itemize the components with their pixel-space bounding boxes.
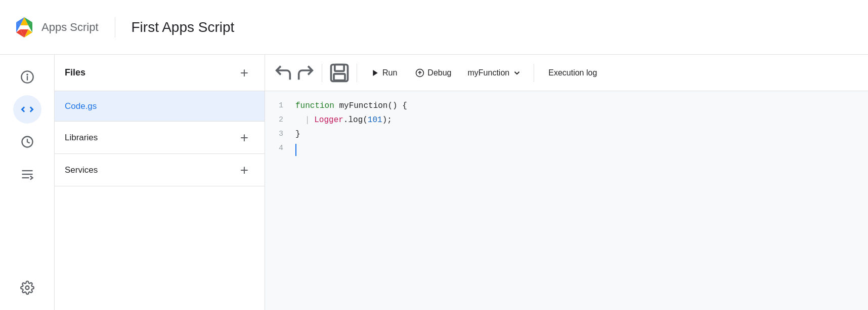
libraries-label: Libraries [65, 133, 98, 143]
file-panel: Files + Code.gs Libraries + Services + [55, 55, 265, 310]
app-logo: Apps Script [12, 15, 99, 40]
run-button[interactable]: Run [363, 64, 405, 82]
debug-button[interactable]: Debug [407, 64, 459, 82]
undo-button[interactable] [273, 63, 293, 83]
project-title: First Apps Script [132, 19, 235, 35]
execution-log-button[interactable]: Execution log [540, 64, 605, 82]
line-content-1: function myFunction() { [295, 101, 868, 110]
editor-toolbar: Run Debug myFunction Execution log [265, 55, 868, 91]
libraries-section: Libraries + [55, 122, 265, 154]
file-name: Code.gs [65, 101, 97, 111]
main-layout: Files + Code.gs Libraries + Services + [0, 55, 868, 310]
sidebar-item-info[interactable] [13, 63, 41, 91]
header-divider [115, 17, 115, 37]
line-number-3: 3 [265, 130, 295, 138]
file-item-code-gs[interactable]: Code.gs [55, 91, 265, 122]
list-icon [20, 167, 34, 181]
app-name-label: Apps Script [41, 21, 99, 34]
svg-marker-19 [373, 70, 377, 76]
code-editor[interactable]: 1 function myFunction() { 2 │ Logger.log… [265, 91, 868, 310]
redo-button[interactable] [295, 63, 316, 83]
services-label: Services [65, 165, 98, 175]
toolbar-divider-3 [534, 64, 534, 82]
code-icon [20, 102, 34, 117]
add-library-button[interactable]: + [234, 128, 254, 148]
line-content-2: │ Logger.log(101); [295, 115, 868, 125]
info-icon [20, 70, 34, 84]
toolbar-divider-1 [322, 64, 322, 82]
sidebar-item-executions[interactable] [13, 160, 41, 188]
code-line-2: 2 │ Logger.log(101); [265, 115, 868, 130]
redo-icon [295, 63, 316, 83]
line-number-2: 2 [265, 115, 295, 124]
line-content-3: } [295, 130, 868, 139]
icon-sidebar [0, 55, 55, 310]
code-line-4: 4 [265, 144, 868, 158]
clock-icon [20, 135, 34, 149]
chevron-down-icon [512, 68, 522, 78]
function-selector[interactable]: myFunction [462, 64, 528, 82]
code-line-1: 1 function myFunction() { [265, 101, 868, 115]
line-number-1: 1 [265, 101, 295, 110]
toolbar-divider-2 [357, 64, 357, 82]
files-label: Files [65, 67, 85, 78]
sidebar-item-triggers[interactable] [13, 128, 41, 156]
code-line-3: 3 } [265, 130, 868, 144]
services-section: Services + [55, 154, 265, 186]
add-file-button[interactable]: + [234, 63, 254, 83]
add-service-button[interactable]: + [234, 160, 254, 180]
undo-icon [273, 63, 293, 83]
line-number-4: 4 [265, 144, 295, 152]
svg-point-15 [25, 286, 29, 290]
sidebar-item-settings[interactable] [13, 274, 41, 302]
line-content-4 [295, 144, 868, 156]
debug-icon [415, 68, 424, 78]
save-icon [328, 62, 351, 84]
apps-script-logo-icon [12, 15, 36, 40]
debug-label: Debug [427, 68, 451, 78]
execution-log-label: Execution log [548, 68, 597, 78]
function-name: myFunction [468, 68, 510, 78]
save-button[interactable] [328, 62, 351, 84]
svg-rect-18 [334, 73, 345, 80]
run-label: Run [382, 68, 397, 78]
editor-area: Run Debug myFunction Execution log [265, 55, 868, 310]
sidebar-item-editor[interactable] [13, 95, 41, 124]
svg-rect-17 [335, 64, 344, 71]
app-header: Apps Script First Apps Script [0, 0, 868, 55]
files-header: Files + [55, 55, 265, 91]
gear-icon [20, 281, 34, 295]
run-icon [371, 69, 379, 77]
